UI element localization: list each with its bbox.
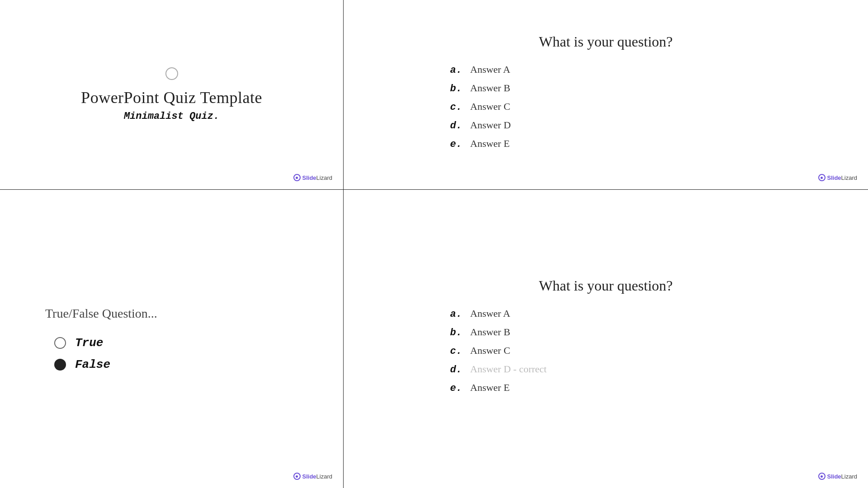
br-answer-text-b: Answer B: [470, 326, 510, 338]
br-answer-text-d: Answer D - correct: [470, 363, 547, 375]
answer-text-d: Answer D: [470, 119, 511, 131]
br-answer-text-a: Answer A: [470, 308, 510, 319]
answer-text-b: Answer B: [470, 82, 510, 94]
tf-option-false: False: [54, 358, 110, 371]
br-answer-item-c: c. Answer C: [448, 345, 763, 357]
answer-text-a: Answer A: [470, 64, 510, 75]
answer-letter-d: d.: [448, 120, 462, 131]
br-answer-item-e: e. Answer E: [448, 382, 763, 394]
logo-text: SlideLizard: [302, 174, 333, 181]
answer-item-c: c. Answer C: [448, 101, 763, 113]
slide-br: What is your question? a. Answer A b. An…: [344, 190, 868, 488]
answer-text-e: Answer E: [470, 138, 509, 150]
logo-icon-bl: [293, 473, 301, 480]
answer-letter-a: a.: [448, 65, 462, 76]
logo-tr: SlideLizard: [818, 174, 858, 181]
tf-question: True/False Question...: [45, 306, 157, 321]
radio-empty-true: [54, 337, 66, 349]
br-answer-letter-b: b.: [448, 327, 462, 338]
answer-item-d: d. Answer D: [448, 119, 763, 131]
tf-option-true: True: [54, 336, 110, 350]
br-answer-item-b: b. Answer B: [448, 326, 763, 338]
slide-bl: True/False Question... True False SlideL…: [0, 190, 344, 488]
slide-tr: What is your question? a. Answer A b. An…: [344, 0, 868, 190]
radio-filled-false: [54, 359, 66, 371]
answer-letter-e: e.: [448, 139, 462, 150]
answer-letter-b: b.: [448, 83, 462, 94]
logo-icon: [293, 174, 301, 181]
tr-answers-list: a. Answer A b. Answer B c. Answer C d. A…: [448, 64, 763, 156]
tr-question: What is your question?: [539, 33, 673, 50]
answer-item-e: e. Answer E: [448, 138, 763, 150]
logo-br: SlideLizard: [818, 473, 858, 480]
tf-options: True False: [54, 336, 110, 371]
tf-label-false: False: [75, 358, 110, 371]
br-answer-letter-e: e.: [448, 383, 462, 394]
logo-icon-br: [818, 473, 826, 480]
answer-item-a: a. Answer A: [448, 64, 763, 76]
answer-letter-c: c.: [448, 102, 462, 113]
circle-icon: [165, 67, 178, 80]
sub-title: Minimalist Quiz.: [124, 111, 219, 122]
br-answer-item-a: a. Answer A: [448, 308, 763, 320]
answer-item-b: b. Answer B: [448, 82, 763, 94]
logo-icon-tr: [818, 174, 826, 181]
logo-text-bl: SlideLizard: [302, 473, 333, 480]
answer-text-c: Answer C: [470, 101, 510, 113]
logo-text-tr: SlideLizard: [827, 174, 858, 181]
br-answer-letter-d: d.: [448, 364, 462, 375]
tf-label-true: True: [75, 336, 103, 350]
br-answer-item-d: d. Answer D - correct: [448, 363, 763, 375]
logo-bl: SlideLizard: [293, 473, 333, 480]
br-question: What is your question?: [539, 277, 673, 294]
slide-tl: PowerPoint Quiz Template Minimalist Quiz…: [0, 0, 344, 190]
br-answers-list: a. Answer A b. Answer B c. Answer C d. A…: [448, 308, 763, 400]
logo-text-br: SlideLizard: [827, 473, 858, 480]
logo-tl: SlideLizard: [293, 174, 333, 181]
br-answer-text-c: Answer C: [470, 345, 510, 357]
br-answer-text-e: Answer E: [470, 382, 509, 394]
br-answer-letter-c: c.: [448, 346, 462, 357]
main-title: PowerPoint Quiz Template: [81, 88, 262, 107]
br-answer-letter-a: a.: [448, 309, 462, 320]
